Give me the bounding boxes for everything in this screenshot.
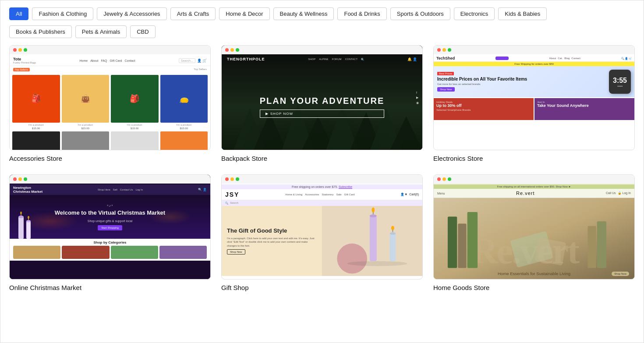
- svg-point-16: [28, 216, 29, 219]
- template-card-gift: Free shipping on orders over $75. Subscr…: [221, 174, 423, 291]
- xmas-cat-4: [159, 246, 207, 259]
- acc-label-2: I'm a product: [78, 124, 93, 126]
- bp-nav: SHOP ALPINE FORUM CONTACT 🔍: [308, 58, 364, 61]
- gift-logo: JSY: [225, 191, 239, 198]
- acc-img-2: 👜: [62, 75, 110, 123]
- filter-btn-kids-babies[interactable]: Kids & Babies: [498, 7, 547, 20]
- filter-btn-arts-crafts[interactable]: Arts & Crafts: [170, 7, 216, 20]
- gift-account-icon: 👤▼: [400, 193, 407, 196]
- acc-img-3: 🎒: [111, 75, 159, 123]
- xmas-logo: NewingtonChristmas Market: [13, 186, 42, 194]
- dot-yellow-gift: [230, 177, 234, 181]
- template-name-accessories: Accessories Store: [9, 155, 211, 162]
- filter-bar-row2: Books & PublishersPets & AnimalsCBD: [9, 25, 635, 38]
- hg-hero: Re.vert Home Essentia: [434, 198, 634, 279]
- xmas-cat-2: [62, 246, 109, 259]
- elec-icons: 🔍 👤 🛒: [621, 57, 632, 60]
- hg-banner: Free shipping on all international order…: [434, 184, 634, 189]
- gift-header-icons: 👤▼ Cart(0): [400, 193, 419, 196]
- window-chrome-elec: [434, 46, 634, 54]
- template-card-christmas: NewingtonChristmas Market Shop Here Sell…: [9, 174, 211, 291]
- dot-red-hg: [437, 177, 441, 181]
- svg-rect-9: [18, 217, 24, 239]
- svg-rect-33: [587, 226, 596, 268]
- filter-btn-books-publishers[interactable]: Books & Publishers: [9, 25, 72, 38]
- template-preview-gift[interactable]: Free shipping on orders over $75. Subscr…: [221, 174, 423, 279]
- svg-point-26: [391, 226, 394, 230]
- gift-cart-icon: Cart(0): [409, 193, 419, 196]
- bp-overlay: THENORTHPOLE SHOP ALPINE FORUM CONTACT 🔍…: [222, 46, 422, 150]
- svg-point-24: [390, 232, 396, 235]
- bp-hero-content: PLAN YOUR ADVENTURE ▶ SHOP NOW: [260, 96, 385, 121]
- elec-hero-subtitle: Get more for less on selected brands: [437, 83, 527, 85]
- elec-hero-text: Best Prices Incredible Prices on All You…: [437, 72, 527, 92]
- filter-btn-beauty-wellness[interactable]: Beauty & Wellness: [273, 7, 334, 20]
- xmas-arabic: ﺩﺭﺩ: [107, 203, 113, 207]
- gift-shop-now[interactable]: Shop Now: [227, 249, 245, 255]
- gift-hero-left: The Gift of Good Style I'm a paragraph. …: [222, 206, 322, 276]
- filter-btn-cbd[interactable]: CBD: [130, 25, 155, 38]
- hg-call-icon: Call Us: [606, 191, 616, 195]
- dot-red-elec: [437, 48, 441, 52]
- filter-btn-fashion-clothing[interactable]: Fashion & Clothing: [32, 7, 93, 20]
- hg-shopnow-btn[interactable]: Shop Now: [612, 272, 629, 276]
- filter-btn-home-decor[interactable]: Home & Decor: [219, 7, 269, 20]
- acc-logo: Tote Funky Printed Bags: [13, 57, 36, 64]
- templates-grid: Tote Funky Printed Bags Home About FAQ G…: [9, 45, 635, 291]
- acc-header: Tote Funky Printed Bags Home About FAQ G…: [10, 55, 210, 66]
- dot-red: [13, 48, 17, 52]
- window-chrome: [10, 46, 210, 54]
- gift-hero: The Gift of Good Style I'm a paragraph. …: [222, 206, 422, 276]
- elec-card1-title: Up to 30% off: [436, 103, 531, 108]
- acc-icons: 👤 🛒: [197, 59, 207, 63]
- bp-shop-now[interactable]: ▶ SHOP NOW: [260, 110, 385, 118]
- acc-badge2: Top Sellers: [194, 68, 207, 71]
- svg-rect-36: [534, 238, 566, 266]
- acc-img-7: 👛: [111, 131, 159, 151]
- svg-point-18: [337, 244, 367, 274]
- template-preview-backpack[interactable]: THENORTHPOLE SHOP ALPINE FORUM CONTACT 🔍…: [221, 45, 423, 150]
- filter-btn-all[interactable]: All: [9, 7, 28, 20]
- elec-search-bar: [495, 57, 509, 60]
- acc-img-1: 🎒: [12, 75, 60, 123]
- gift-hero-title: The Gift of Good Style: [227, 227, 317, 235]
- template-preview-homegoods[interactable]: Free shipping on all international order…: [433, 174, 635, 279]
- template-preview-christmas[interactable]: NewingtonChristmas Market Shop Here Sell…: [9, 174, 211, 279]
- filter-btn-pets-animals[interactable]: Pets & Animals: [75, 25, 127, 38]
- svg-point-11: [18, 216, 24, 218]
- dot-yellow: [18, 48, 22, 52]
- template-preview-electronics[interactable]: TechShed About Cat. Blog Contact 🔍 👤 🛒 F…: [433, 45, 635, 150]
- elec-card2-title: Take Your Sound Anywhere: [537, 103, 632, 108]
- elec-selected-label: Selected Smartphone Brands: [436, 109, 531, 111]
- gift-subscribe-link[interactable]: Subscribe: [339, 185, 352, 188]
- dot-green-hg: [448, 177, 451, 181]
- gift-banner: Free shipping on orders over $75. Subscr…: [222, 184, 422, 189]
- xmas-hero: ﺩﺭﺩ Welcome to the Virtual Christmas Mar…: [10, 195, 210, 239]
- svg-rect-23: [390, 233, 396, 261]
- elec-header: TechShed About Cat. Blog Contact 🔍 👤 🛒: [434, 55, 634, 62]
- bp-cart: 🔔 👤: [407, 57, 417, 61]
- dot-red-gift: [225, 177, 229, 181]
- xmas-cta-btn[interactable]: Start Shopping: [98, 225, 122, 230]
- xmas-hero-subtitle: Shop unique gifts & support local: [88, 219, 132, 223]
- svg-rect-10: [26, 221, 31, 239]
- dot-green: [24, 48, 27, 52]
- xmas-nav: Shop Here Sell Contact Us Log In: [98, 188, 143, 191]
- xmas-cat-1: [13, 246, 60, 259]
- svg-rect-32: [467, 212, 478, 268]
- acc-badge1: Top Sellers: [13, 68, 30, 71]
- dot-red-xmas: [13, 177, 17, 181]
- filter-btn-food-drinks[interactable]: Food & Drinks: [337, 7, 386, 20]
- acc-products-grid: 🎒 I'm a product $15.00 👜 I'm a product $…: [10, 72, 210, 150]
- template-preview-accessories[interactable]: Tote Funky Printed Bags Home About FAQ G…: [9, 45, 211, 150]
- elec-card-audio: Just In Take Your Sound Anywhere: [534, 98, 634, 120]
- svg-rect-31: [458, 224, 466, 268]
- acc-section-labels: Top Sellers Top Sellers: [10, 66, 210, 72]
- filter-btn-jewelry-accessories[interactable]: Jewelry & Accessories: [97, 7, 166, 20]
- filter-btn-electronics[interactable]: Electronics: [454, 7, 495, 20]
- svg-point-27: [347, 261, 407, 266]
- elec-shop-now[interactable]: Shop Now: [437, 87, 455, 92]
- acc-label-3: I'm a product: [127, 124, 142, 126]
- filter-btn-sports-outdoors[interactable]: Sports & Outdoors: [390, 7, 450, 20]
- hg-header: Menu Re.vert Call Us 🔒 Log In: [434, 189, 634, 198]
